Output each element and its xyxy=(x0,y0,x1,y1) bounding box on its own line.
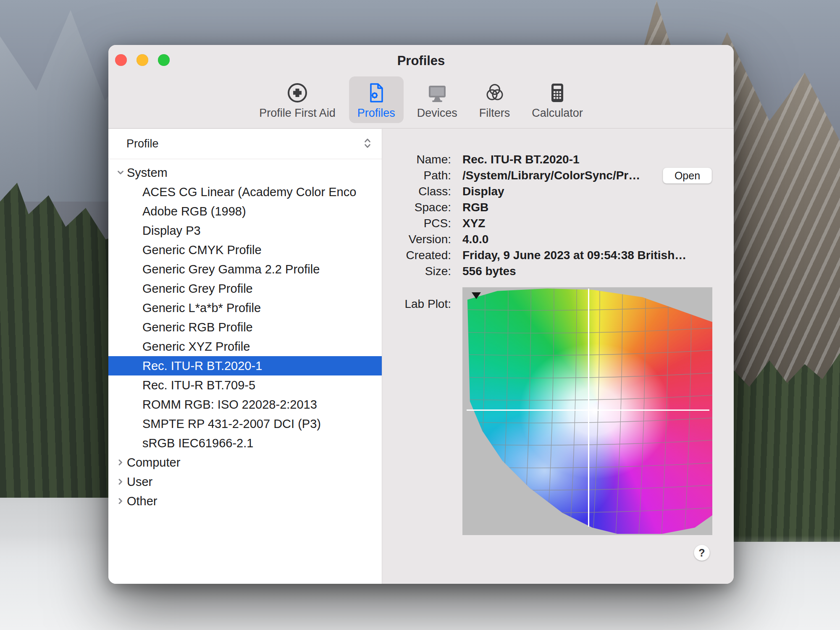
profile-row[interactable]: SMPTE RP 431-2-2007 DCI (P3) xyxy=(108,414,382,433)
profile-row-selected[interactable]: Rec. ITU-R BT.2020-1 xyxy=(108,356,382,375)
profile-name: Adobe RGB (1998) xyxy=(142,205,246,218)
triangle-down-marker-icon xyxy=(472,292,481,299)
column-header-profile: Profile xyxy=(126,137,159,150)
chevron-right-icon[interactable] xyxy=(114,496,127,506)
crosshair-vertical xyxy=(588,289,589,527)
profile-name: Rec. ITU-R BT.2020-1 xyxy=(142,359,262,373)
detail-value-space: RGB xyxy=(462,200,734,215)
lab-plot[interactable] xyxy=(462,287,712,535)
toolbar-label: Devices xyxy=(417,107,457,120)
profile-name: Display P3 xyxy=(142,224,201,238)
chevron-right-icon[interactable] xyxy=(114,477,127,486)
column-sort-control[interactable] xyxy=(363,137,372,151)
display-icon xyxy=(426,81,449,105)
detail-label: PCS: xyxy=(382,215,451,231)
detail-value-size: 556 bytes xyxy=(462,263,734,279)
profile-row[interactable]: Rec. ITU-R BT.709-5 xyxy=(108,375,382,395)
profile-details-pane: Name: Rec. ITU-R BT.2020-1 Path: /System… xyxy=(382,129,734,584)
profile-row[interactable]: Generic RGB Profile xyxy=(108,318,382,337)
profile-name: Generic L*a*b* Profile xyxy=(142,301,261,315)
profile-row[interactable]: Generic Grey Profile xyxy=(108,279,382,298)
profile-list[interactable]: System ACES CG Linear (Academy Color Enc… xyxy=(108,159,382,584)
toolbar-item-calculator[interactable]: Calculator xyxy=(523,76,591,123)
detail-value-name: Rec. ITU-R BT.2020-1 xyxy=(462,152,734,168)
detail-value-version: 4.0.0 xyxy=(462,231,734,247)
profile-name: sRGB IEC61966-2.1 xyxy=(142,436,253,450)
profile-name: Generic XYZ Profile xyxy=(142,340,250,354)
lab-plot-label: Lab Plot: xyxy=(382,279,451,535)
group-row-other[interactable]: Other xyxy=(108,491,382,511)
toolbar-item-profiles[interactable]: Profiles xyxy=(349,76,404,123)
help-button[interactable]: ? xyxy=(694,545,710,561)
detail-value-pcs: XYZ xyxy=(462,215,734,231)
group-label: Computer xyxy=(127,456,180,470)
profile-name: SMPTE RP 431-2-2007 DCI (P3) xyxy=(142,417,321,431)
open-button[interactable]: Open xyxy=(663,168,712,184)
first-aid-icon xyxy=(286,81,309,105)
detail-label: Name: xyxy=(382,152,451,168)
group-row-system[interactable]: System xyxy=(108,163,382,182)
profile-row[interactable]: Generic Grey Gamma 2.2 Profile xyxy=(108,260,382,279)
window-content: Profile System A xyxy=(108,129,734,584)
detail-label: Created: xyxy=(382,247,451,263)
lab-plot-cell xyxy=(462,279,734,535)
colorsync-utility-window: Profiles Profile First Aid xyxy=(108,45,734,584)
profile-row[interactable]: ACES CG Linear (Academy Color Enco xyxy=(108,182,382,202)
detail-label: Class: xyxy=(382,184,451,200)
profile-row[interactable]: Generic L*a*b* Profile xyxy=(108,298,382,318)
profile-row[interactable]: Adobe RGB (1998) xyxy=(108,202,382,221)
toolbar-item-devices[interactable]: Devices xyxy=(409,76,466,123)
profile-name: Generic Grey Gamma 2.2 Profile xyxy=(142,262,320,276)
profile-row[interactable]: Generic CMYK Profile xyxy=(108,240,382,260)
gamut-surface xyxy=(462,287,712,535)
toolbar: Profile First Aid Profiles xyxy=(108,76,734,123)
calculator-icon xyxy=(546,81,569,105)
detail-label: Path: xyxy=(382,168,451,184)
group-label: Other xyxy=(127,494,158,508)
window-title: Profiles xyxy=(108,53,734,68)
profile-row[interactable]: ROMM RGB: ISO 22028-2:2013 xyxy=(108,395,382,414)
chevron-right-icon[interactable] xyxy=(114,458,127,467)
detail-grid: Name: Rec. ITU-R BT.2020-1 Path: /System… xyxy=(382,129,734,535)
detail-label: Size: xyxy=(382,263,451,279)
profile-name: Rec. ITU-R BT.709-5 xyxy=(142,378,255,392)
toolbar-label: Calculator xyxy=(532,107,583,120)
group-label: User xyxy=(127,475,152,489)
toolbar-label: Profiles xyxy=(357,107,395,120)
detail-label: Space: xyxy=(382,200,451,215)
profile-name: Generic RGB Profile xyxy=(142,320,253,334)
profiles-document-icon xyxy=(365,81,388,105)
detail-value-created: Friday, 9 June 2023 at 09:54:38 British… xyxy=(462,247,734,263)
detail-label: Version: xyxy=(382,231,451,247)
gamut-mesh-grid xyxy=(462,287,712,535)
filters-venn-icon xyxy=(483,81,506,105)
profile-name: ACES CG Linear (Academy Color Enco xyxy=(142,185,356,199)
profile-sidebar: Profile System A xyxy=(108,129,382,584)
toolbar-label: Filters xyxy=(479,107,510,120)
profile-name: Generic CMYK Profile xyxy=(142,243,262,257)
group-row-computer[interactable]: Computer xyxy=(108,453,382,472)
profile-name: Generic Grey Profile xyxy=(142,282,253,296)
sidebar-header: Profile xyxy=(108,129,382,159)
detail-value-class: Display xyxy=(462,184,734,200)
toolbar-item-profile-first-aid[interactable]: Profile First Aid xyxy=(251,76,344,123)
profile-row[interactable]: Display P3 xyxy=(108,221,382,240)
window-titlebar[interactable]: Profiles Profile First Aid xyxy=(108,45,734,129)
group-row-user[interactable]: User xyxy=(108,472,382,491)
chevron-down-icon[interactable] xyxy=(114,168,127,177)
profile-row[interactable]: Generic XYZ Profile xyxy=(108,337,382,356)
toolbar-label: Profile First Aid xyxy=(259,107,336,120)
profile-row[interactable]: sRGB IEC61966-2.1 xyxy=(108,433,382,453)
profile-name: ROMM RGB: ISO 22028-2:2013 xyxy=(142,398,317,412)
group-label: System xyxy=(127,166,168,180)
toolbar-item-filters[interactable]: Filters xyxy=(471,76,519,123)
